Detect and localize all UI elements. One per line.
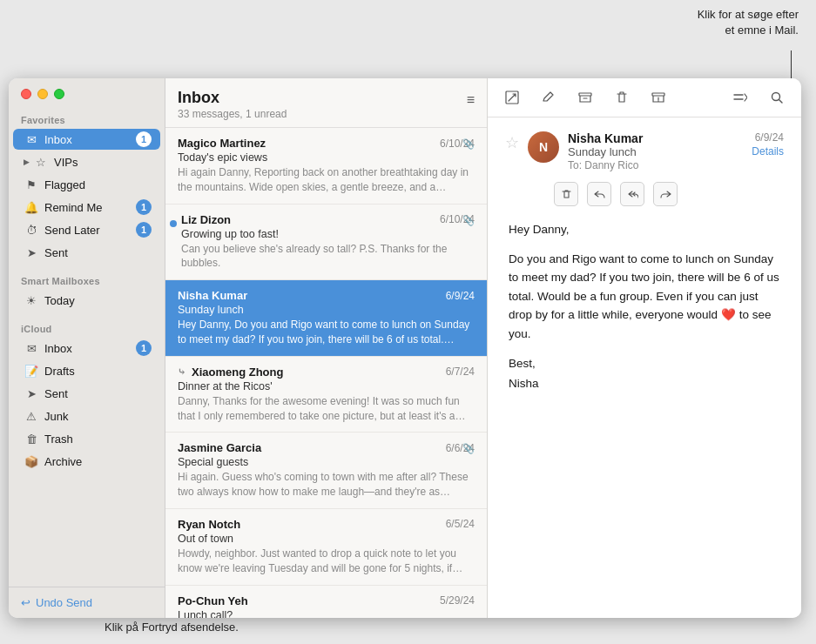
email-sender-6: Po-Chun Yeh — [178, 594, 433, 607]
search-icon — [770, 91, 784, 104]
email-sender-0: Magico Martinez — [178, 137, 433, 150]
sidebar-item-trash[interactable]: 🗑 Trash — [13, 428, 160, 449]
sidebar-item-vips[interactable]: ▶ ☆ VIPs — [13, 151, 160, 172]
msg-reply-all-button[interactable] — [620, 182, 644, 206]
email-subject-2: Sunday lunch — [178, 304, 475, 316]
email-list-header: Inbox 33 messages, 1 unread ≡ — [165, 78, 487, 128]
message-actions — [554, 182, 784, 206]
sidebar-item-drafts[interactable]: 📝 Drafts — [13, 360, 160, 381]
archive-button[interactable] — [573, 85, 597, 110]
email-subject-5: Out of town — [178, 533, 475, 545]
detail-body: Hey Danny, Do you and Rigo want to come … — [505, 220, 784, 393]
email-item-6[interactable]: Po-Chun Yeh 5/29/24 Lunch call? Think yo… — [165, 586, 487, 618]
svg-rect-2 — [652, 93, 664, 96]
detail-date-area: 6/9/24 Details — [752, 131, 784, 158]
sidebar-today-label: Today — [44, 294, 152, 307]
send-later-badge: 1 — [136, 222, 152, 238]
junk-button[interactable] — [646, 85, 671, 110]
filter-icon[interactable]: ≡ — [467, 92, 475, 108]
detail-body-main: Do you and Rigo want to come to lunch on… — [509, 250, 784, 344]
sidebar-sent-label: Sent — [44, 246, 152, 259]
email-preview-1: Can you believe she's already so tall? P… — [181, 242, 475, 272]
compose-button[interactable] — [536, 85, 561, 110]
undo-send-button[interactable]: ↩ Undo Send — [21, 596, 152, 609]
icloud-inbox-icon: ✉ — [24, 340, 39, 356]
sidebar-item-sent[interactable]: ➤ Sent — [13, 242, 160, 263]
drafts-icon: 📝 — [24, 363, 39, 379]
email-sender-3: ⤷ Xiaomeng Zhong — [178, 366, 439, 379]
sidebar-item-flagged[interactable]: ⚑ Flagged — [13, 174, 160, 195]
email-item-3[interactable]: ⤷ Xiaomeng Zhong 6/7/24 Dinner at the Ri… — [165, 357, 487, 433]
inbox-title: Inbox — [178, 89, 287, 107]
archive-toolbar-icon — [578, 91, 592, 104]
new-compose-icon — [542, 91, 556, 104]
sent-icon: ➤ — [24, 245, 39, 260]
more-icon — [733, 93, 747, 102]
email-item-5[interactable]: Ryan Notch 6/5/24 Out of town Howdy, nei… — [165, 509, 487, 586]
smart-mailboxes-section-label: Smart Mailboxes — [9, 269, 165, 289]
sidebar-item-icloud-inbox[interactable]: ✉ Inbox 1 — [13, 338, 160, 359]
email-subject-6: Lunch call? — [178, 609, 475, 618]
sidebar-vips-label: VIPs — [54, 156, 152, 169]
detail-subject: Sunday lunch — [568, 145, 752, 158]
sidebar-icloud-sent-label: Sent — [44, 387, 152, 400]
sidebar-item-archive[interactable]: 📦 Archive — [13, 451, 160, 472]
sidebar-item-remind-me[interactable]: 🔔 Remind Me 1 — [13, 197, 160, 218]
msg-reply-icon — [594, 189, 605, 200]
sidebar-item-icloud-sent[interactable]: ➤ Sent — [13, 383, 160, 404]
icloud-inbox-badge: 1 — [136, 340, 152, 356]
detail-content: ☆ N Nisha Kumar Sunday lunch To: Danny R… — [488, 117, 801, 618]
detail-body-signature: Nisha — [509, 374, 784, 393]
sidebar-icloud-inbox-label: Inbox — [44, 342, 136, 355]
email-item-2[interactable]: Nisha Kumar 6/9/24 Sunday lunch Hey Dann… — [165, 280, 487, 357]
msg-trash-button[interactable] — [554, 182, 578, 206]
email-subject-0: Today's epic views — [178, 151, 475, 164]
thread-icon-3: ⤷ — [178, 366, 185, 378]
msg-trash-icon — [561, 189, 572, 200]
inbox-count: 33 messages, 1 unread — [178, 108, 287, 120]
more-button[interactable] — [728, 85, 752, 110]
mail-window: Favorites ✉ Inbox 1 ▶ ☆ VIPs ⚑ Flagged 🔔… — [9, 78, 801, 618]
fullscreen-button[interactable] — [54, 89, 64, 99]
undo-send-icon: ↩ — [21, 596, 30, 609]
email-item-1[interactable]: Liz Dizon 6/10/24 Growing up too fast! C… — [165, 205, 487, 281]
search-button[interactable] — [765, 85, 789, 110]
email-sender-5: Ryan Notch — [178, 518, 439, 531]
close-button[interactable] — [21, 89, 31, 99]
msg-forward-button[interactable] — [653, 182, 678, 206]
archive-icon: 📦 — [24, 453, 39, 469]
email-subject-3: Dinner at the Ricos' — [178, 380, 475, 392]
svg-rect-1 — [579, 93, 591, 96]
details-link[interactable]: Details — [752, 145, 784, 158]
sidebar-item-junk[interactable]: ⚠ Junk — [13, 406, 160, 426]
star-button[interactable]: ☆ — [505, 133, 519, 152]
email-subject-4: Special guests — [178, 456, 475, 468]
vips-chevron: ▶ — [24, 158, 30, 166]
email-sender-4: Jasmine Garcia — [178, 441, 439, 454]
attachment-icon-1: 📎 — [462, 215, 475, 226]
sidebar-item-send-later[interactable]: ⏱ Send Later 1 — [13, 219, 160, 240]
inbox-icon: ✉ — [24, 131, 39, 147]
msg-reply-button[interactable] — [587, 182, 611, 206]
attachment-icon-4: 📎 — [462, 443, 475, 454]
detail-pane: ☆ N Nisha Kumar Sunday lunch To: Danny R… — [488, 78, 801, 618]
delete-icon — [615, 91, 629, 104]
today-icon: ☀ — [24, 292, 39, 308]
sidebar-remind-label: Remind Me — [44, 201, 136, 214]
trash-icon: 🗑 — [24, 431, 39, 446]
heart-emoji: ❤️ — [721, 308, 736, 321]
email-preview-3: Danny, Thanks for the awesome evening! I… — [178, 394, 475, 424]
new-message-button[interactable] — [500, 85, 524, 110]
detail-header: ☆ N Nisha Kumar Sunday lunch To: Danny R… — [505, 131, 784, 171]
sidebar-item-today[interactable]: ☀ Today — [13, 290, 160, 311]
email-list: Inbox 33 messages, 1 unread ≡ Magico Mar… — [165, 78, 488, 618]
minimize-button[interactable] — [37, 89, 48, 99]
icloud-section-label: iCloud — [9, 317, 165, 337]
remind-badge: 1 — [136, 199, 152, 215]
email-date-6: 5/29/24 — [440, 594, 475, 607]
delete-button[interactable] — [610, 85, 634, 110]
email-item-0[interactable]: Magico Martinez 6/10/24 Today's epic vie… — [165, 128, 487, 205]
attachment-icon-0: 📎 — [462, 138, 475, 150]
email-item-4[interactable]: Jasmine Garcia 6/6/24 Special guests Hi … — [165, 433, 487, 509]
sidebar-item-inbox[interactable]: ✉ Inbox 1 — [13, 129, 160, 150]
